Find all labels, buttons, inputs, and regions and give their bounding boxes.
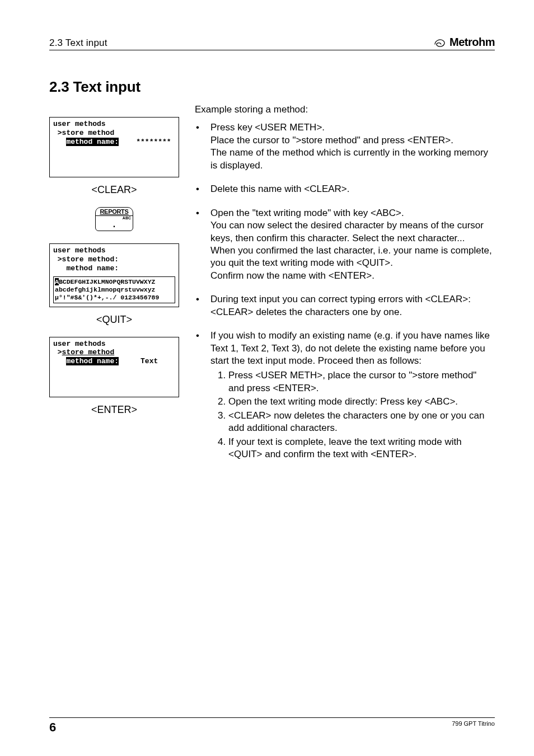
page-footer: 6 799 GPT Titrino <box>49 717 495 735</box>
lcd3-line2-under: store method <box>62 348 115 356</box>
right-column: Example storing a method: Press key <USE… <box>195 104 495 472</box>
lcd3-line1: user methods <box>53 340 106 348</box>
lcd1-value: ******** <box>136 138 171 146</box>
reports-key-abc: ABC <box>123 216 131 220</box>
reports-key-top: REPORTS <box>96 208 133 216</box>
b3-l2: You can now select the desired character… <box>210 220 484 243</box>
charset-row3: µ°!"#$&'()*+,-./ 0123456789 <box>55 294 159 301</box>
reports-key-wrap: REPORTS ABC . <box>49 207 179 231</box>
b5-step-1: Press <USER METH>, place the cursor to "… <box>228 369 495 395</box>
b1-l2: Place the cursor to ">store method" and … <box>210 135 453 145</box>
left-column: user methods >store method method name: … <box>49 104 179 427</box>
b4-l2: <CLEAR> deletes the characters one by on… <box>210 307 402 317</box>
metrohm-swirl-icon <box>434 37 446 48</box>
lcd1-line2: >store method <box>53 129 114 137</box>
lcd1-label-inverted: method name: <box>66 138 119 146</box>
b1-l1: Press key <USER METH>. <box>210 122 325 133</box>
b5-step-3: <CLEAR> now deletes the characters one b… <box>228 410 495 435</box>
lcd3-line2-prefix: > <box>53 348 62 356</box>
model-name: 799 GPT Titrino <box>452 720 495 727</box>
b4-l1: During text input you can correct typing… <box>210 294 471 304</box>
b5-step-4: If your text is complete, leave the text… <box>228 436 495 461</box>
intro-text: Example storing a method: <box>195 104 495 116</box>
b3-l4: Confirm now the name with <ENTER>. <box>210 270 374 281</box>
bullet-5: If you wish to modify an existing name (… <box>195 330 495 461</box>
brand-name: Metrohm <box>449 36 495 49</box>
instruction-list: Press key <USER METH>. Place the cursor … <box>195 121 495 461</box>
charset-row2: abcdefghijklmnopqrstuvwxyz <box>55 286 155 293</box>
lcd3-value: Text <box>140 357 158 365</box>
charset-box: ABCDEFGHIJKLMNOPQRSTUVWXYZ abcdefghijklm… <box>53 276 175 303</box>
clear-key-label: <CLEAR> <box>49 184 179 196</box>
lcd2-line2: >store method: <box>53 255 119 264</box>
brand-logo: Metrohm <box>434 36 495 49</box>
lcd2-line3: method name: <box>53 264 119 273</box>
charset-row1: BCDEFGHIJKLMNOPQRSTUVWXYZ <box>59 278 156 285</box>
bullet-2: Delete this name with <CLEAR>. <box>195 183 495 195</box>
section-heading: 2.3 Text input <box>49 78 495 96</box>
lcd-display-2: user methods >store method: method name:… <box>49 243 179 307</box>
lcd3-label-inverted: method name: <box>66 357 119 365</box>
reports-abc-key: REPORTS ABC . <box>95 207 133 231</box>
header-section-label: 2.3 Text input <box>49 37 107 49</box>
b5-intro: If you wish to modify an existing name (… <box>210 330 490 366</box>
b1-l3: The name of the method which is currentl… <box>210 147 488 170</box>
lcd1-line1: user methods <box>53 120 106 128</box>
lcd-display-3: user methods >store method method name: … <box>49 337 179 397</box>
b3-l3: When you confirmed the last character, i… <box>210 245 492 268</box>
enter-key-label: <ENTER> <box>49 404 179 416</box>
lcd-display-1: user methods >store method method name: … <box>49 117 179 177</box>
lcd2-line1: user methods <box>53 246 106 255</box>
b5-step-2: Open the text writing mode directly: Pre… <box>228 396 495 408</box>
bullet-1: Press key <USER METH>. Place the cursor … <box>195 121 495 172</box>
b2-text: Delete this name with <CLEAR>. <box>210 184 350 194</box>
charset-highlight-A: A <box>55 278 59 285</box>
bullet-4: During text input you can correct typing… <box>195 293 495 318</box>
quit-key-label: <QUIT> <box>49 314 179 326</box>
page-header: 2.3 Text input Metrohm <box>49 36 495 50</box>
bullet-5-steps: Press <USER METH>, place the cursor to "… <box>210 369 495 461</box>
page-number: 6 <box>49 720 56 735</box>
b3-l1: Open the "text writing mode" with key <A… <box>210 208 404 218</box>
bullet-3: Open the "text writing mode" with key <A… <box>195 207 495 283</box>
